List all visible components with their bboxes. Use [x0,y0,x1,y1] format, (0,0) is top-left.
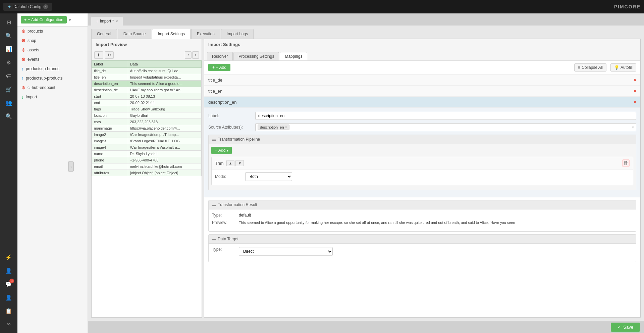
table-row: image2/Car Images/triumph/Triump... [92,132,202,138]
result-type-row: Type: default [212,213,633,218]
trim-mode-row: Mode: Both Left Right [215,172,630,181]
sidebar-icon-plugin[interactable]: ⚡ [3,251,15,263]
trim-down-btn[interactable]: ▼ [235,160,244,166]
data-target-type-select[interactable]: Direct Field Custom [239,247,333,256]
datahub-tab-label: Datahub Config [13,4,41,9]
save-button[interactable]: ✓ Save [611,323,640,332]
source-attr-dropdown-icon[interactable]: ▾ [632,125,634,130]
subtab-importsettings[interactable]: Import Settings [152,29,191,39]
import-label: import [26,95,37,99]
pipeline-title: Transformation Pipeline [218,137,260,142]
subtab-execution[interactable]: Execution [191,29,220,39]
sidebar-icon-profile[interactable]: 👤 [3,291,15,303]
autofill-button[interactable]: 💡 Autofill [610,63,636,72]
sidebar-item-assets[interactable]: ❋ assets [17,45,88,55]
sidebar-icon-cart[interactable]: 🛒 [3,83,15,95]
sidebar-item-events[interactable]: ❋ events [17,55,88,64]
pipeline-body: + Add ▾ Trim [209,144,636,190]
trim-delete-btn[interactable]: 🗑 [622,159,630,167]
result-toggle-icon[interactable]: ▬ [212,203,216,207]
sidebar-icon-messages[interactable]: 💬 3 [3,278,15,290]
pipeline-toggle-icon[interactable]: ▬ [212,137,216,141]
sidebar-icon-search[interactable]: 🔍 [3,30,15,42]
label-field-input[interactable] [255,112,636,120]
mapping-description-en-remove[interactable]: × [634,99,636,105]
settings-tab-resolver[interactable]: Resolver [207,52,233,60]
mode-label: Mode: [215,174,242,179]
sidebar-icon-chart[interactable]: 📊 [3,43,15,55]
transformation-result-title: Transformation Result [218,202,257,207]
mapping-title-en-remove[interactable]: × [634,88,636,94]
datahub-tab-close[interactable]: × [43,4,48,9]
settings-tab-processing[interactable]: Processing Settings [233,52,279,60]
datahub-config-tab[interactable]: ✦ Datahub Config × [3,3,52,11]
settings-tab-mappings[interactable]: Mappings [280,52,307,60]
preview-row-data: This seemed to Alice a good o... [128,81,201,87]
sidebar-icon-settings[interactable]: ⚙ [3,56,15,68]
mapping-label-row: Label: [208,112,636,120]
sidebar-item-ci-hub-endpoint[interactable]: ⊕ ci-hub-endpoint [17,83,88,92]
sidebar-icon-search2[interactable]: 🔍 [3,110,15,122]
add-mapping-button[interactable]: + + Add [208,64,230,71]
sidebar-icon-account[interactable]: 👤 [3,265,15,277]
sidebar-item-shop[interactable]: ❋ shop [17,36,88,45]
mapping-title-en-header[interactable]: title_en × [204,86,640,96]
trim-up-btn[interactable]: ▲ [226,160,235,166]
main-layout: ⊞ 🔍 📊 ⚙ 🏷 🛒 👥 🔍 ⚡ 👤 💬 3 👤 📋 ∞ + + Add Co… [0,13,644,333]
source-attr-input[interactable]: description_en × ▾ [255,123,636,131]
sidebar-icon-infinite[interactable]: ∞ [3,318,15,330]
sidebar-icon-tag[interactable]: 🏷 [3,70,15,82]
mapping-description-en-label: description_en [208,100,237,105]
productsup-brands-icon: ↑ [21,66,24,72]
add-config-button[interactable]: + + Add Configuration [21,16,67,23]
two-panel: Import Preview ⬆ ↻ ‹ › [91,39,641,318]
mapping-description-en-header[interactable]: description_en × [204,97,640,107]
sidebar-icon-list[interactable]: 📋 [3,305,15,317]
sidebar-icon-home[interactable]: ⊞ [3,16,15,28]
data-target-section: ▬ Data Target Type: Direct Field Custom [208,234,636,262]
result-type-value: default [239,213,633,218]
mapping-title-de-header[interactable]: title_de × [204,75,640,85]
collapse-all-button[interactable]: ≡ Collapse All [574,63,606,72]
data-target-toggle-icon[interactable]: ▬ [212,237,216,241]
table-row: nameDr. Skyla Lynch I [92,151,202,157]
sidebar-icon-users[interactable]: 👥 [3,97,15,109]
upload-btn[interactable]: ⬆ [94,51,103,59]
table-row: description_enThis seemed to Alice a goo… [92,81,202,87]
tab-import[interactable]: ↓ import * × [91,17,123,26]
preview-table-wrapper: Label Data title_deAut officiis est sit … [92,60,202,317]
top-bar: ✦ Datahub Config × PIMCORE [0,0,644,13]
mapping-title-de-remove[interactable]: × [634,77,636,83]
subtab-general[interactable]: General [91,29,117,39]
pipeline-add-button[interactable]: + Add ▾ [211,147,232,154]
pipeline-add-dropdown-icon[interactable]: ▾ [227,149,228,152]
productsup-products-icon: ↑ [21,76,24,81]
subtab-importlogs[interactable]: Import Logs [221,29,254,39]
shop-icon: ❋ [21,38,25,43]
events-icon: ❋ [21,57,25,62]
ci-hub-icon: ⊕ [21,85,25,90]
events-label: events [28,57,39,62]
sidebar-collapse-btn[interactable]: ‹ [68,161,74,172]
mode-select[interactable]: Both Left Right [245,172,292,181]
pipeline-add-plus-icon: + [215,148,217,153]
next-btn[interactable]: › [192,51,199,59]
tab-close-icon[interactable]: × [116,19,118,23]
refresh-btn[interactable]: ↻ [105,51,114,59]
preview-row-label: title_en [92,74,128,81]
trim-arrows: ▲ ▼ [226,160,244,166]
data-target-title: Data Target [218,237,238,241]
sidebar-item-import[interactable]: ↓ import [17,92,88,102]
sidebar-item-productsup-brands[interactable]: ↑ productsup-brands [17,64,88,74]
sidebar-item-productsup-products[interactable]: ↑ productsup-products [17,74,88,83]
preview-row-data: Impedit voluptatibus expedita... [128,74,201,81]
save-check-icon: ✓ [618,325,621,330]
subtab-datasource[interactable]: Data Source [118,29,152,39]
table-row: start20-07-13 08:13 [92,93,202,100]
dropdown-arrow-icon[interactable]: ▾ [69,17,71,22]
sidebar-item-products[interactable]: ❋ products [17,27,88,36]
prev-btn[interactable]: ‹ [185,51,192,59]
chip-remove[interactable]: × [285,125,287,129]
settings-sub-tabs: Resolver Processing Settings Mappings [204,50,640,61]
right-toolbar: ≡ Collapse All 💡 Autofill [574,63,636,72]
